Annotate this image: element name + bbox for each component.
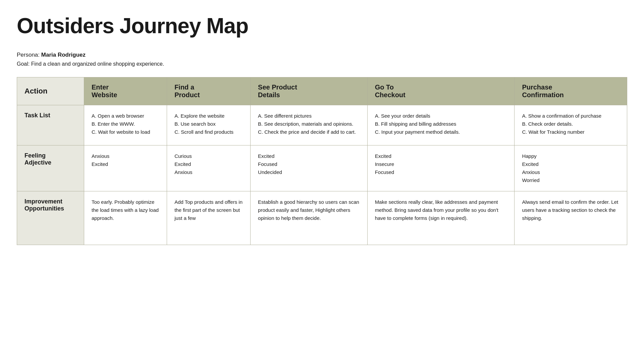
improvement-go-to-checkout: Make sections really clear, like address… (367, 191, 515, 245)
feeling-purchase-confirmation: HappyExcitedAnxiousWorried (515, 145, 627, 191)
persona-label: Persona: Maria Rodriguez (17, 52, 627, 58)
find-product-header: Find aProduct (167, 77, 251, 105)
task-list-row: Task List A. Open a web browserB. Enter … (17, 105, 627, 145)
feeling-adjective-label: FeelingAdjective (17, 145, 84, 191)
persona-section: Persona: Maria Rodriguez Goal: Find a cl… (17, 52, 627, 67)
improvement-enter-website: Too early. Probably optimize the load ti… (84, 191, 167, 245)
task-purchase-confirmation: A. Show a confirmation of purchaseB. Che… (515, 105, 627, 145)
feeling-find-product: CuriousExcitedAnxious (167, 145, 251, 191)
see-product-details-header: See ProductDetails (251, 77, 368, 105)
page-title: Outsiders Journey Map (17, 13, 627, 38)
table-header-row: Action EnterWebsite Find aProduct See Pr… (17, 77, 627, 105)
purchase-confirmation-header: PurchaseConfirmation (515, 77, 627, 105)
feeling-see-product-details: ExcitedFocusedUndecided (251, 145, 368, 191)
task-enter-website: A. Open a web browserB. Enter the WWW.C.… (84, 105, 167, 145)
task-find-product: A. Explore the websiteB. Use search boxC… (167, 105, 251, 145)
improvement-opportunities-row: ImprovementOpportunities Too early. Prob… (17, 191, 627, 245)
task-list-label: Task List (17, 105, 84, 145)
goal-text: Goal: Find a clean and organized online … (17, 61, 627, 67)
improvement-see-product-details: Establish a good hierarchy so users can … (251, 191, 368, 245)
feeling-enter-website: AnxiousExcited (84, 145, 167, 191)
improvement-find-product: Add Top products and offers in the first… (167, 191, 251, 245)
feeling-go-to-checkout: ExcitedInsecureFocused (367, 145, 515, 191)
task-go-to-checkout: A. See your order detailsB. Fill shippin… (367, 105, 515, 145)
go-to-checkout-header: Go ToCheckout (367, 77, 515, 105)
task-see-product-details: A. See different picturesB. See descript… (251, 105, 368, 145)
journey-map-table: Action EnterWebsite Find aProduct See Pr… (17, 77, 627, 245)
enter-website-header: EnterWebsite (84, 77, 167, 105)
action-header: Action (17, 77, 84, 105)
improvement-purchase-confirmation: Always send email to confirm the order. … (515, 191, 627, 245)
feeling-adjective-row: FeelingAdjective AnxiousExcited CuriousE… (17, 145, 627, 191)
improvement-opportunities-label: ImprovementOpportunities (17, 191, 84, 245)
